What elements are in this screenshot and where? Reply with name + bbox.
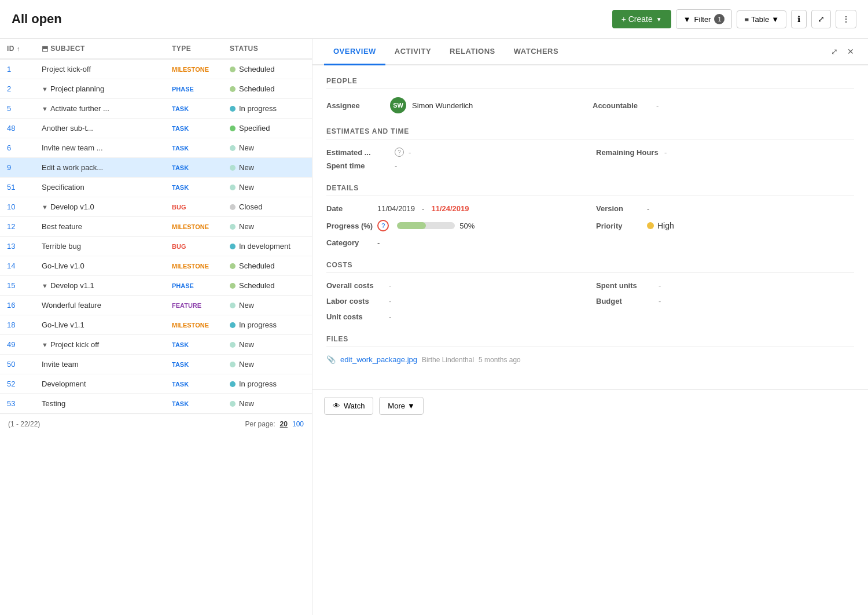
overall-costs-field: Overall costs - bbox=[326, 281, 584, 290]
progress-help-icon[interactable]: ? bbox=[377, 220, 389, 231]
remaining-value: - bbox=[664, 148, 667, 157]
spent-time-label: Spent time bbox=[326, 161, 390, 170]
more-options-button[interactable]: ⋮ bbox=[836, 10, 856, 28]
task-type: TASK bbox=[172, 381, 230, 388]
table-row[interactable]: 5 ▼ Activate further ... TASK In progres… bbox=[0, 99, 312, 119]
details-section: DETAILS Date 11/04/2019 - 11/24/2019 Ver… bbox=[326, 184, 854, 247]
attachment-icon: 📎 bbox=[326, 355, 336, 364]
tab-overview[interactable]: OVERVIEW bbox=[324, 39, 385, 65]
expand-detail-button[interactable]: ⤢ bbox=[829, 45, 840, 58]
table-row[interactable]: 18 Go-Live v1.1 MILESTONE In progress bbox=[0, 315, 312, 335]
status-dot bbox=[230, 86, 236, 92]
avatar: SW bbox=[390, 97, 406, 113]
task-type: BUG bbox=[172, 243, 230, 250]
table-row[interactable]: 6 Invite new team ... TASK New bbox=[0, 138, 312, 158]
priority-label: Priority bbox=[596, 222, 642, 230]
detail-body: PEOPLE Assignee SW Simon Wunderlich Acco… bbox=[312, 65, 868, 389]
table-row[interactable]: 49 ▼ Project kick off TASK New bbox=[0, 335, 312, 355]
detail-footer: 👁 Watch More ▼ bbox=[312, 389, 868, 422]
task-status: In progress bbox=[230, 104, 305, 113]
remaining-field: Remaining Hours - bbox=[596, 148, 854, 157]
table-row[interactable]: 51 Specification TASK New bbox=[0, 178, 312, 197]
date-field: Date 11/04/2019 - 11/24/2019 bbox=[326, 204, 584, 213]
task-id: 13 bbox=[7, 242, 42, 251]
more-button[interactable]: More ▼ bbox=[379, 397, 424, 415]
assignee-label: Assignee bbox=[326, 101, 384, 110]
tab-relations[interactable]: RELATIONS bbox=[440, 39, 505, 65]
table-row[interactable]: 48 Another sub-t... TASK Specified bbox=[0, 119, 312, 138]
per-page-selector: Per page: 20 100 bbox=[245, 420, 304, 428]
header-actions: + Create ▼ ▼ Filter 1 ≡ Table ▼ ℹ ⤢ ⋮ bbox=[612, 9, 856, 29]
app-header: All open + Create ▼ ▼ Filter 1 ≡ Table ▼… bbox=[0, 0, 868, 39]
estimated-value: - bbox=[409, 148, 411, 157]
table-view-button[interactable]: ≡ Table ▼ bbox=[737, 10, 786, 28]
task-id: 53 bbox=[7, 399, 42, 408]
priority-icon bbox=[647, 222, 654, 229]
estimated-help-icon[interactable]: ? bbox=[395, 148, 404, 157]
per-page-100[interactable]: 100 bbox=[292, 420, 304, 428]
costs-section: COSTS Overall costs - Spent units - Labo… bbox=[326, 261, 854, 321]
table-row[interactable]: 52 Development TASK In progress bbox=[0, 374, 312, 394]
table-row[interactable]: 1 Project kick-off MILESTONE Scheduled bbox=[0, 60, 312, 79]
task-subject: Terrible bug bbox=[42, 242, 172, 251]
category-field: Category - bbox=[326, 238, 584, 247]
filter-button[interactable]: ▼ Filter 1 bbox=[676, 9, 733, 29]
task-status: Closed bbox=[230, 202, 305, 211]
task-type: TASK bbox=[172, 361, 230, 368]
task-type: TASK bbox=[172, 400, 230, 407]
table-footer: (1 - 22/22) Per page: 20 100 bbox=[0, 414, 312, 434]
task-status: New bbox=[230, 399, 305, 408]
task-status: In progress bbox=[230, 321, 305, 329]
subject-icon: ⬒ bbox=[42, 45, 49, 53]
table-row[interactable]: 16 Wonderful feature FEATURE New bbox=[0, 296, 312, 315]
table-row[interactable]: 2 ▼ Project planning PHASE Scheduled bbox=[0, 79, 312, 99]
task-subject: Specification bbox=[42, 183, 172, 192]
estimates-grid: Estimated ... ? - Remaining Hours - Spen… bbox=[326, 148, 854, 170]
table-row[interactable]: 53 Testing TASK New bbox=[0, 394, 312, 414]
table-row[interactable]: 50 Invite team TASK New bbox=[0, 355, 312, 374]
task-subject: ▼ Project planning bbox=[42, 84, 172, 93]
status-dot bbox=[230, 342, 236, 348]
info-button[interactable]: ℹ bbox=[791, 10, 807, 28]
table-row[interactable]: 12 Best feature MILESTONE New bbox=[0, 217, 312, 237]
table-row[interactable]: 13 Terrible bug BUG In development bbox=[0, 237, 312, 256]
filter-badge: 1 bbox=[714, 14, 724, 24]
table-row[interactable]: 14 Go-Live v1.0 MILESTONE Scheduled bbox=[0, 256, 312, 276]
labor-costs-field: Labor costs - bbox=[326, 297, 584, 305]
expand-button[interactable]: ⤢ bbox=[811, 10, 831, 28]
task-type: TASK bbox=[172, 341, 230, 348]
row-count: (1 - 22/22) bbox=[8, 420, 40, 428]
task-status: In progress bbox=[230, 380, 305, 388]
table-row[interactable]: 10 ▼ Develop v1.0 BUG Closed bbox=[0, 197, 312, 217]
table-row[interactable]: 9 Edit a work pack... TASK New bbox=[0, 158, 312, 178]
create-button[interactable]: + Create ▼ bbox=[612, 10, 671, 28]
expand-icon: ▼ bbox=[42, 341, 48, 348]
status-dot bbox=[230, 106, 236, 112]
tab-activity[interactable]: ACTIVITY bbox=[385, 39, 440, 65]
task-id: 49 bbox=[7, 340, 42, 349]
status-dot bbox=[230, 67, 236, 72]
detail-tabs: OVERVIEW ACTIVITY RELATIONS WATCHERS ⤢ ✕ bbox=[312, 39, 868, 65]
task-status: New bbox=[230, 143, 305, 152]
task-id: 48 bbox=[7, 124, 42, 132]
task-status: New bbox=[230, 340, 305, 349]
table-row[interactable]: 15 ▼ Develop v1.1 PHASE Scheduled bbox=[0, 276, 312, 296]
tab-watchers[interactable]: WATCHERS bbox=[505, 39, 568, 65]
budget-label: Budget bbox=[596, 297, 654, 305]
file-name[interactable]: edit_work_package.jpg bbox=[340, 355, 417, 364]
files-section: FILES 📎 edit_work_package.jpg Birthe Lin… bbox=[326, 335, 854, 364]
watch-button[interactable]: 👁 Watch bbox=[324, 397, 373, 415]
per-page-20[interactable]: 20 bbox=[280, 420, 288, 428]
table-icon: ≡ bbox=[744, 15, 749, 24]
close-detail-button[interactable]: ✕ bbox=[845, 45, 856, 58]
task-type: MILESTONE bbox=[172, 263, 230, 270]
task-subject: Project kick-off bbox=[42, 65, 172, 73]
status-dot bbox=[230, 322, 236, 328]
overall-costs-label: Overall costs bbox=[326, 281, 384, 290]
category-value: - bbox=[377, 238, 380, 247]
estimates-section-title: ESTIMATES AND TIME bbox=[326, 127, 854, 139]
task-type: BUG bbox=[172, 204, 230, 211]
task-id: 14 bbox=[7, 262, 42, 270]
task-id: 12 bbox=[7, 222, 42, 231]
date-separator: - bbox=[422, 204, 424, 213]
